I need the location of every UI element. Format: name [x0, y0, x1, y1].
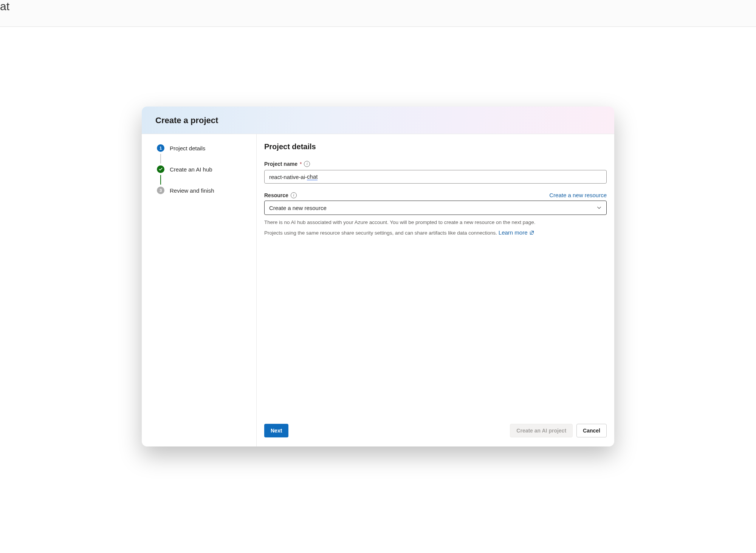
resource-helper-text-2: Projects using the same resource share s… [264, 229, 607, 237]
checkmark-icon [157, 165, 164, 173]
cancel-button[interactable]: Cancel [576, 424, 607, 437]
next-button[interactable]: Next [264, 424, 288, 437]
input-value-suffix: chat [307, 173, 318, 180]
step-connector [160, 175, 161, 185]
wizard-steps-sidebar: 1 Project details Create an AI hub 3 Rev… [142, 134, 257, 446]
step-number-icon: 3 [157, 187, 164, 194]
required-indicator: * [300, 161, 302, 167]
step-connector [160, 154, 161, 164]
chevron-down-icon [596, 205, 602, 210]
info-icon[interactable]: i [304, 161, 310, 167]
step-label: Review and finish [170, 187, 214, 194]
create-new-resource-link[interactable]: Create a new resource [549, 192, 607, 198]
select-value: Create a new resource [269, 205, 327, 211]
external-link-icon [529, 230, 534, 235]
input-value-prefix: react-native-ai- [269, 174, 307, 180]
step-create-ai-hub[interactable]: Create an AI hub [157, 164, 247, 175]
info-icon[interactable]: i [291, 192, 297, 198]
learn-more-link[interactable]: Learn more [499, 229, 534, 236]
resource-label: Resource [264, 192, 288, 198]
step-label: Project details [170, 145, 205, 151]
resource-select[interactable]: Create a new resource [264, 201, 607, 215]
modal-footer: Next Create an AI project Cancel [264, 417, 607, 439]
modal-header: Create a project [142, 107, 614, 134]
create-project-modal: Create a project 1 Project details Creat… [142, 107, 614, 446]
create-ai-project-button: Create an AI project [510, 424, 573, 437]
step-project-details[interactable]: 1 Project details [157, 142, 247, 154]
step-number-icon: 1 [157, 144, 164, 152]
project-name-input[interactable]: react-native-ai-chat [264, 170, 607, 184]
project-name-label: Project name [264, 161, 297, 167]
modal-content: Project details Project name * i react-n… [257, 134, 614, 446]
step-label: Create an AI hub [170, 166, 212, 173]
step-review-finish[interactable]: 3 Review and finish [157, 185, 247, 196]
content-heading: Project details [264, 142, 607, 151]
resource-helper-text: There is no AI hub associated with your … [264, 219, 607, 226]
modal-title: Create a project [155, 116, 601, 125]
